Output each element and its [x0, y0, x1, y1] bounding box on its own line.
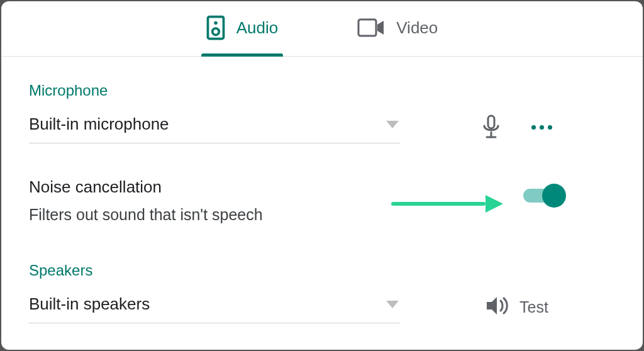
noise-cancellation-description: Filters out sound that isn't speech [29, 206, 400, 224]
speaker-icon [206, 15, 225, 40]
noise-cancellation-title: Noise cancellation [29, 177, 400, 197]
arrow-line [391, 202, 486, 206]
speakers-select[interactable]: Built-in speakers [29, 291, 400, 323]
microphone-actions [419, 114, 615, 140]
speakers-section: Speakers Built-in speakers [29, 262, 615, 323]
microphone-selected-value: Built-in microphone [29, 114, 169, 134]
annotation-arrow [391, 195, 503, 213]
tab-video-label: Video [396, 18, 438, 38]
microphone-select[interactable]: Built-in microphone [29, 111, 400, 143]
tab-audio-label: Audio [236, 18, 279, 38]
tab-video[interactable]: Video [352, 13, 443, 57]
speakers-selected-value: Built-in speakers [29, 294, 150, 314]
settings-dialog: Audio Video Microphone Built-in micropho… [1, 1, 643, 350]
microphone-icon[interactable] [482, 114, 500, 140]
svg-rect-4 [488, 116, 494, 128]
noise-cancellation-row: Noise cancellation Filters out sound tha… [29, 177, 615, 224]
toggle-knob [542, 184, 566, 208]
tabs-bar: Audio Video [1, 1, 643, 57]
test-label: Test [519, 298, 548, 316]
speakers-actions: Test [419, 296, 615, 318]
noise-cancellation-toggle[interactable] [523, 189, 561, 203]
sound-icon [486, 296, 508, 318]
more-dots-icon [531, 125, 552, 130]
microphone-row: Built-in microphone [29, 111, 615, 143]
svg-rect-3 [358, 20, 376, 36]
arrow-head-icon [486, 195, 503, 213]
microphone-header: Microphone [29, 82, 615, 99]
speakers-header: Speakers [29, 262, 615, 279]
chevron-down-icon [386, 121, 399, 128]
chevron-down-icon [386, 301, 399, 308]
content-area: Microphone Built-in microphone [1, 57, 643, 323]
tab-audio[interactable]: Audio [201, 13, 284, 57]
more-options-button[interactable] [531, 125, 552, 130]
svg-point-1 [214, 21, 218, 25]
speakers-row: Built-in speakers Test [29, 291, 615, 323]
test-speakers-button[interactable]: Test [486, 296, 548, 318]
noise-cancellation-text: Noise cancellation Filters out sound tha… [29, 177, 400, 224]
svg-point-2 [212, 28, 219, 35]
video-camera-icon [357, 18, 385, 37]
